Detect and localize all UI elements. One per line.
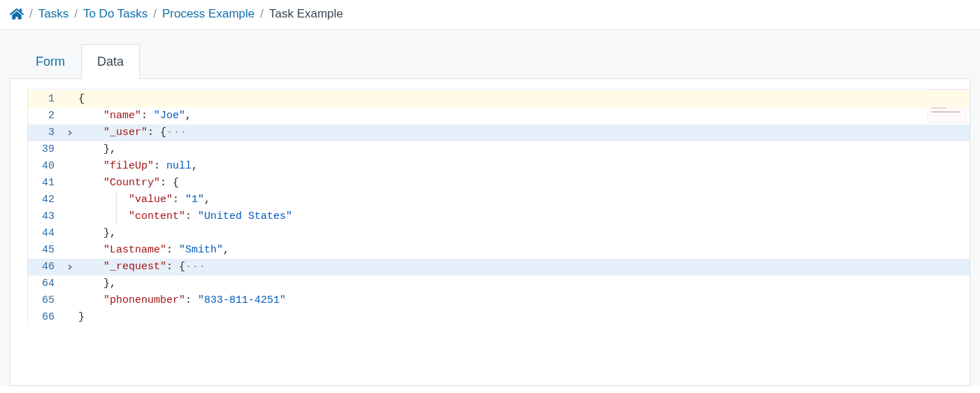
code-line[interactable]: },	[78, 141, 970, 158]
fold-spacer	[62, 225, 78, 242]
breadcrumb-link-tasks[interactable]: Tasks	[38, 7, 69, 21]
breadcrumb-link-process[interactable]: Process Example	[162, 7, 254, 21]
home-icon[interactable]	[10, 7, 24, 21]
breadcrumb-sep: /	[153, 7, 157, 21]
editor-fold-column	[62, 90, 78, 326]
code-line[interactable]: "fileUp": null,	[78, 158, 970, 175]
fold-spacer	[62, 192, 78, 208]
line-number: 64	[28, 276, 55, 292]
breadcrumb-sep: /	[74, 7, 78, 21]
line-number: 42	[28, 192, 55, 208]
breadcrumb: / Tasks / To Do Tasks / Process Example …	[0, 0, 980, 30]
code-line[interactable]: },	[78, 225, 970, 242]
line-number: 43	[28, 208, 55, 225]
breadcrumb-current: Task Example	[269, 7, 343, 21]
code-line[interactable]: "name": "Joe",	[78, 108, 970, 124]
fold-toggle-icon[interactable]	[62, 124, 78, 141]
code-line[interactable]: "content": "United States"	[78, 208, 970, 225]
code-line[interactable]: "phonenumber": "833-811-4251"	[78, 292, 970, 309]
line-number: 45	[28, 242, 55, 259]
code-line[interactable]: "_request": {···	[78, 259, 970, 276]
code-line[interactable]: },	[78, 276, 970, 292]
line-number: 41	[28, 175, 55, 192]
fold-spacer	[62, 309, 78, 326]
breadcrumb-sep: /	[260, 7, 264, 21]
editor-gutter: 1233940414243444546646566	[28, 90, 62, 326]
line-number: 40	[28, 158, 55, 175]
fold-spacer	[62, 108, 78, 124]
line-number: 39	[28, 141, 55, 158]
code-line[interactable]: "_user": {···	[78, 124, 970, 141]
code-line[interactable]: "value": "1",	[78, 192, 970, 208]
fold-spacer	[62, 158, 78, 175]
line-number: 65	[28, 292, 55, 309]
breadcrumb-link-todo[interactable]: To Do Tasks	[83, 7, 147, 21]
data-panel: 1233940414243444546646566 { "name": "Joe…	[10, 78, 970, 386]
fold-spacer	[62, 292, 78, 309]
fold-spacer	[62, 141, 78, 158]
line-number: 46	[28, 259, 55, 276]
fold-spacer	[62, 91, 78, 108]
editor-code[interactable]: { "name": "Joe", "_user": {··· }, "fileU…	[78, 90, 970, 326]
line-number: 44	[28, 225, 55, 242]
code-line[interactable]: {	[78, 91, 970, 108]
breadcrumb-sep: /	[29, 7, 33, 21]
tab-data[interactable]: Data	[81, 44, 140, 79]
code-line[interactable]: }	[78, 309, 970, 326]
line-number: 66	[28, 309, 55, 326]
json-editor[interactable]: 1233940414243444546646566 { "name": "Joe…	[27, 89, 970, 326]
tab-form[interactable]: Form	[20, 44, 81, 79]
code-line[interactable]: "Country": {	[78, 175, 970, 192]
line-number: 1	[28, 91, 55, 108]
code-line[interactable]: "Lastname": "Smith",	[78, 242, 970, 259]
fold-spacer	[62, 242, 78, 259]
fold-spacer	[62, 276, 78, 292]
line-number: 3	[28, 124, 55, 141]
fold-spacer	[62, 175, 78, 192]
fold-spacer	[62, 208, 78, 225]
tabs: Form Data	[20, 44, 970, 79]
line-number: 2	[28, 108, 55, 124]
fold-toggle-icon[interactable]	[62, 259, 78, 276]
